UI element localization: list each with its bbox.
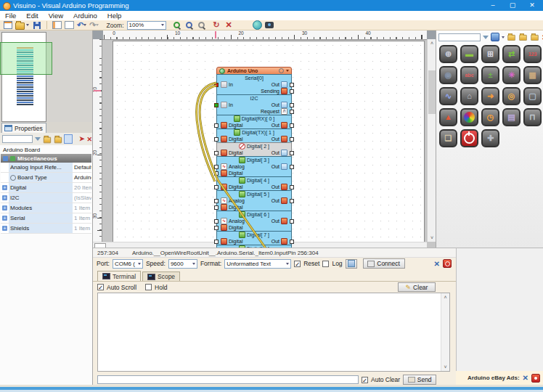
digital-input-pin[interactable] (214, 171, 219, 176)
palette-measurement-icon[interactable]: ▬ (460, 45, 478, 63)
analog-input-pin[interactable] (214, 165, 219, 169)
property-value[interactable]: 1 Item (73, 203, 91, 213)
minimize-button[interactable]: – (483, 0, 502, 11)
menu-view[interactable]: View (44, 11, 68, 20)
property-value[interactable]: Default (73, 163, 91, 172)
property-value[interactable]: 20 Items (73, 183, 91, 192)
maximize-button[interactable]: ▢ (503, 0, 522, 11)
reset-checkbox[interactable]: ✓ (294, 261, 301, 267)
palette-plumbing-icon[interactable]: ⊓ (523, 108, 542, 126)
zoom-out-button[interactable] (184, 20, 194, 30)
auto-scroll-checkbox[interactable]: ✓ (97, 284, 104, 290)
property-value[interactable]: Arduino Uno (73, 173, 91, 182)
palette-digits-icon[interactable]: 123 (523, 45, 542, 63)
palette-chart-icon[interactable]: ▲ (439, 108, 457, 126)
redo-button[interactable]: ↷ (89, 20, 99, 30)
palette-display-icon[interactable]: ▢ (523, 87, 542, 105)
update-button[interactable]: ↻ (212, 20, 221, 30)
palette-mouse-icon[interactable]: ◉ (439, 66, 457, 84)
hold-checkbox[interactable] (145, 284, 152, 290)
out-output-pin[interactable] (290, 151, 294, 155)
out-output-pin[interactable] (290, 83, 294, 87)
menu-arduino[interactable]: Arduino (68, 11, 102, 20)
terminal-scroll-down-icon[interactable]: ˅ (441, 363, 449, 371)
palette-flow-icon[interactable]: ➜ (481, 87, 499, 105)
palette-math-icon[interactable]: ⊞ (481, 45, 499, 63)
screenshot-button[interactable] (265, 20, 274, 30)
expand-icon[interactable]: + (2, 195, 7, 200)
save-button[interactable] (32, 20, 41, 30)
format-select[interactable]: Unformatted Text (224, 259, 291, 269)
digital-input-pin[interactable] (214, 240, 219, 244)
expand-icon[interactable]: + (2, 226, 7, 231)
palette-exit-icon[interactable]: ❏ (439, 129, 457, 147)
minimap-viewport[interactable] (0, 42, 52, 75)
palette-network-icon[interactable]: ✳ (502, 66, 520, 84)
terminal-output[interactable]: ˄ ˅ (97, 293, 450, 372)
digital-input-pin[interactable] (214, 205, 219, 210)
toolbox-search-input[interactable] (438, 33, 481, 41)
scroll-up-icon[interactable]: ˄ (428, 39, 436, 47)
menu-help[interactable]: Help (102, 11, 127, 20)
power-button[interactable] (443, 259, 452, 268)
palette-tools-icon[interactable]: ⊕ (439, 45, 457, 63)
toolbox-view-dropdown-icon[interactable] (502, 36, 505, 38)
toolbox-view-icon[interactable] (491, 33, 499, 41)
analog-input-pin[interactable] (214, 219, 219, 224)
palette-wave-icon[interactable]: ∿ (439, 87, 457, 105)
properties-close-icon[interactable]: ✕ (86, 136, 92, 143)
digital-input-pin[interactable] (214, 185, 219, 189)
properties-search-input[interactable] (2, 135, 33, 143)
zoom-in-button[interactable] (172, 20, 181, 30)
digital-input-pin[interactable] (214, 151, 219, 155)
palette-power-icon[interactable] (460, 129, 478, 147)
log-checkbox[interactable] (322, 261, 329, 267)
toolbox-folder-close-icon[interactable] (531, 35, 538, 41)
out-output-pin[interactable] (290, 165, 294, 169)
tab-scope[interactable]: Scope (142, 271, 180, 281)
auto-clear-checkbox[interactable]: ✓ (362, 377, 368, 383)
zoom-select[interactable]: 100% (127, 21, 166, 30)
expand-folder-icon[interactable] (44, 136, 51, 143)
palette-arithmetic-icon[interactable]: ± (481, 66, 499, 84)
filter-funnel-icon[interactable] (35, 137, 41, 141)
toolbox-folder-open-icon[interactable] (519, 35, 526, 41)
terminal-scrollbar[interactable]: ˄ ˅ (441, 293, 449, 371)
component-settings-icon[interactable] (279, 68, 284, 73)
analog-input-pin[interactable] (214, 199, 219, 203)
digital-input-pin[interactable] (214, 137, 219, 142)
new-design-button[interactable] (3, 20, 12, 30)
toolbox-folder-new-icon[interactable] (507, 35, 515, 41)
scroll-down-icon[interactable]: ˅ (428, 234, 436, 242)
toolbox-filter-icon[interactable] (483, 36, 489, 39)
zoom-reset-button[interactable] (197, 20, 206, 30)
open-log-button[interactable] (346, 259, 357, 269)
ads-settings-icon[interactable]: ✕ (523, 374, 528, 382)
toggle-toolbox-button[interactable] (52, 20, 62, 30)
digital-input-pin[interactable] (214, 226, 219, 230)
arduino-uno-component[interactable]: Arduino Uno Serial[0]InOutSendingI2CInOu… (216, 67, 292, 248)
sending-output-pin[interactable] (290, 89, 294, 94)
expand-icon[interactable]: + (2, 185, 7, 190)
menu-file[interactable]: File (0, 11, 21, 20)
delete-button[interactable]: ✕ (224, 20, 234, 30)
menu-edit[interactable]: Edit (21, 11, 43, 20)
out-output-pin[interactable] (290, 103, 294, 107)
close-button[interactable]: ✕ (523, 0, 542, 11)
palette-gamepad-icon[interactable]: ✚ (481, 129, 499, 147)
in-input-pin[interactable] (214, 83, 219, 87)
palette-color-wheel-icon[interactable] (460, 108, 478, 126)
property-value[interactable]: 1 Item (73, 213, 91, 223)
speed-select[interactable]: 9600 (168, 259, 197, 269)
palette-home-icon[interactable]: ⌂ (460, 87, 478, 105)
view-mode-icon[interactable] (64, 134, 73, 144)
expand-icon[interactable]: + (2, 205, 7, 211)
component-collapse-icon[interactable] (286, 70, 289, 72)
port-select[interactable]: COM6 ( (113, 259, 143, 269)
pin-icon[interactable]: ➤ (79, 136, 85, 142)
tab-terminal[interactable]: Terminal (97, 271, 141, 281)
title-bar[interactable]: Visuino - Visual Arduino Programming –▢✕ (0, 0, 543, 11)
tab-properties[interactable]: Properties (1, 123, 46, 133)
request-output-pin[interactable] (290, 110, 294, 114)
out-output-pin[interactable] (290, 240, 294, 244)
